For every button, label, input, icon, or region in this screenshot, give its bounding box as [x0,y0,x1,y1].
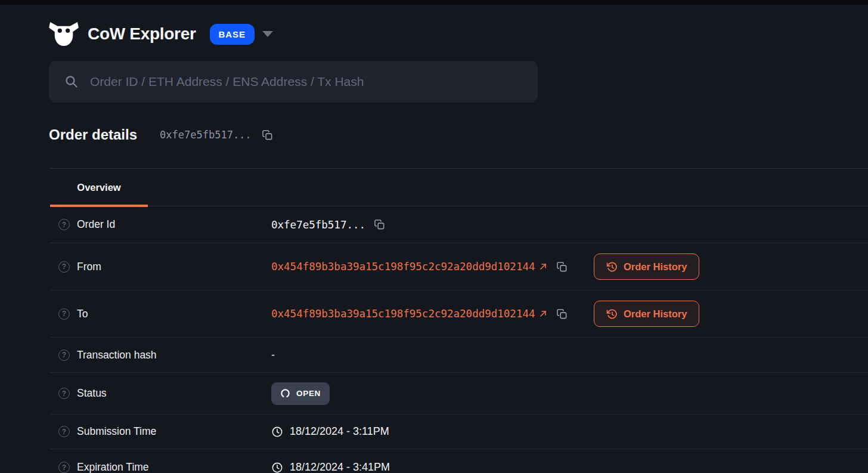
search-bar[interactable] [49,61,538,103]
table-row-transaction-hash: ? Transaction hash - [50,338,868,373]
help-icon[interactable]: ? [58,350,70,361]
copy-icon [374,219,385,230]
copy-icon [556,308,568,320]
order-hash-short: 0xfe7e5fb517... [160,129,252,141]
clock-icon [271,462,283,473]
network-selector-button[interactable]: BASE [210,24,255,45]
search-input[interactable] [90,75,522,89]
order-history-button-from[interactable]: Order History [594,253,699,280]
to-address-link[interactable]: 0x454f89b3ba39a15c198f95c2c92a20dd9d1021… [271,308,535,320]
copy-order-id-button[interactable] [374,219,385,230]
page-heading: Order details 0xfe7e5fb517... [49,126,868,143]
row-label: Status [77,387,107,400]
app-header: CoW Explorer BASE [49,21,868,47]
page-title: Order details [49,126,137,143]
help-icon[interactable]: ? [58,388,70,399]
order-history-label: Order History [624,261,687,273]
row-label: Order Id [77,218,115,231]
tab-bar: Overview [50,169,868,206]
table-row-order-id: ? Order Id 0xfe7e5fb517... [50,206,868,243]
clock-icon [271,426,283,438]
table-row-submission-time: ? Submission Time 18/12/2024 - 3:11PM [50,415,868,449]
table-row-status: ? Status OPEN [50,373,868,415]
order-id-value: 0xfe7e5fb517... [271,219,365,231]
copy-from-address-button[interactable] [556,261,568,273]
app-title: CoW Explorer [88,24,196,44]
status-badge: OPEN [271,382,330,405]
history-icon [606,261,618,273]
copy-to-address-button[interactable] [556,308,568,320]
help-icon[interactable]: ? [58,261,70,273]
table-row-expiration-time: ? Expiration Time 18/12/2024 - 3:41PM [50,449,868,473]
row-label: Expiration Time [77,461,149,473]
transaction-hash-value: - [271,349,275,361]
help-icon[interactable]: ? [58,462,70,473]
external-link-icon[interactable] [538,309,548,319]
copy-order-hash-button[interactable] [262,129,273,141]
row-label: From [77,261,101,273]
order-details-panel: Overview ? Order Id 0xfe7e5fb517... ? Fr… [50,168,868,473]
top-strip [0,0,868,5]
tab-overview[interactable]: Overview [50,169,148,206]
help-icon[interactable]: ? [58,219,70,230]
status-value: OPEN [296,389,321,398]
table-row-from: ? From 0x454f89b3ba39a15c198f95c2c92a20d… [50,243,868,290]
submission-time-value: 18/12/2024 - 3:11PM [290,425,389,438]
spinner-icon [280,388,290,398]
copy-icon [262,129,273,141]
cow-logo-icon [49,21,79,47]
order-history-button-to[interactable]: Order History [594,301,699,327]
from-address-link[interactable]: 0x454f89b3ba39a15c198f95c2c92a20dd9d1021… [271,261,535,273]
chevron-down-icon[interactable] [262,31,273,37]
history-icon [606,308,618,320]
search-icon [64,75,79,89]
row-label: Submission Time [77,425,156,438]
external-link-icon[interactable] [538,262,548,271]
expiration-time-value: 18/12/2024 - 3:41PM [290,461,390,473]
table-row-to: ? To 0x454f89b3ba39a15c198f95c2c92a20dd9… [50,290,868,338]
row-label: To [77,308,88,320]
help-icon[interactable]: ? [58,426,70,437]
help-icon[interactable]: ? [58,308,70,320]
order-history-label: Order History [624,308,687,320]
row-label: Transaction hash [77,349,157,361]
copy-icon [556,261,568,273]
